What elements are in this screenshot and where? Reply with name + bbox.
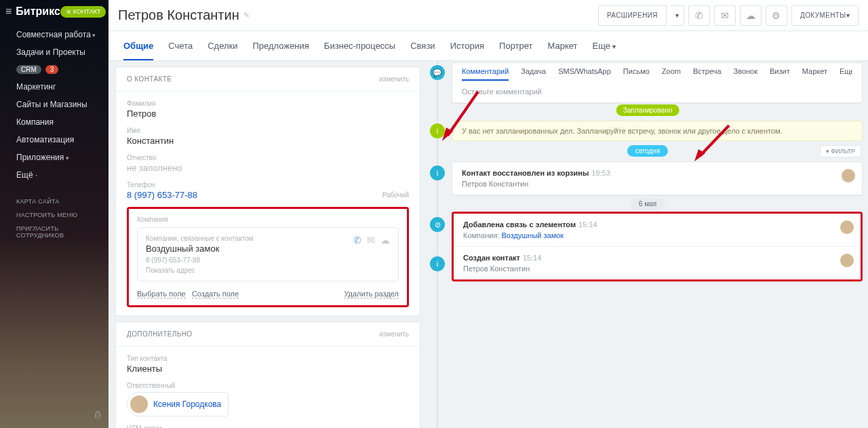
tl-tab-sms[interactable]: SMS/WhatsApp bbox=[558, 67, 611, 81]
extra-title: ДОПОЛНИТЕЛЬНО bbox=[127, 330, 192, 338]
utm-label: UTM-метки bbox=[127, 425, 409, 428]
company-highlight: Компания ✆✉☁ Компании, связанные с конта… bbox=[127, 207, 409, 307]
header: Петров Константин ✎ РАСШИРЕНИЯ ▾ ✆ ✉ ☁ ⚙… bbox=[108, 0, 868, 31]
tab-deals[interactable]: Сделки bbox=[208, 41, 237, 51]
tab-invoices[interactable]: Счета bbox=[168, 41, 193, 51]
tl-item-time: 15:14 bbox=[578, 220, 597, 229]
company-box[interactable]: ✆✉☁ Компании, связанные с контактом Возд… bbox=[137, 227, 399, 281]
comment-input[interactable]: Оставьте комментарий bbox=[462, 87, 852, 96]
company-chat-icon[interactable]: ☁ bbox=[380, 235, 390, 246]
chat-icon[interactable]: ☁ bbox=[740, 5, 762, 26]
sidebar: ≡ Битрикс ✕КОНТАКТ Совместная работа Зад… bbox=[0, 0, 108, 428]
type-value: Клиенты bbox=[127, 364, 409, 374]
call-icon[interactable]: ✆ bbox=[688, 5, 710, 26]
tl-item-detail: Петров Константин bbox=[463, 265, 851, 273]
select-field-link[interactable]: Выбрать поле bbox=[137, 290, 186, 298]
company-call-icon[interactable]: ✆ bbox=[353, 235, 361, 246]
company-mail-icon[interactable]: ✉ bbox=[367, 235, 375, 246]
page-title: Петров Константин bbox=[118, 7, 239, 23]
tab-more[interactable]: Еще bbox=[593, 41, 616, 51]
avatar bbox=[840, 220, 854, 234]
timeline-highlight: Добавлена связь с элементом15:14 Компани… bbox=[452, 212, 863, 281]
about-edit[interactable]: изменить bbox=[379, 75, 409, 83]
tl-tab-comment[interactable]: Комментарий bbox=[462, 67, 509, 81]
sidebar-item-collab[interactable]: Совместная работа bbox=[0, 26, 108, 43]
timeline-item-link-added[interactable]: Добавлена связь с элементом15:14 Компани… bbox=[454, 214, 861, 247]
planned-hint: У вас нет запланированных дел. Запланиру… bbox=[452, 121, 863, 141]
tab-general[interactable]: Общие bbox=[123, 41, 153, 60]
sidebar-item-tasks[interactable]: Задачи и Проекты bbox=[0, 43, 108, 61]
sidebar-item-marketing[interactable]: Маркетинг bbox=[0, 78, 108, 96]
tl-item-time: 15:14 bbox=[523, 254, 542, 262]
tl-tab-market[interactable]: Маркет bbox=[802, 67, 827, 81]
sidebar-item-automation[interactable]: Автоматизация bbox=[0, 131, 108, 149]
lastname-value: Петров bbox=[127, 109, 409, 119]
detail-tabs: Общие Счета Сделки Предложения Бизнес-пр… bbox=[108, 31, 868, 61]
phone-type: Рабочий bbox=[382, 191, 409, 199]
sidebar-item-apps[interactable]: Приложения bbox=[0, 149, 108, 166]
tab-history[interactable]: История bbox=[450, 41, 484, 51]
planned-badge: Запланировано bbox=[616, 104, 679, 116]
hamburger-icon[interactable]: ≡ bbox=[5, 5, 12, 18]
responsible-chip[interactable]: Ксения Городкова bbox=[127, 392, 229, 416]
gear-icon[interactable]: ⚙ bbox=[766, 5, 787, 26]
tl-tab-zoom[interactable]: Zoom bbox=[662, 67, 681, 81]
phone-value[interactable]: 8 (997) 653-77-88 bbox=[127, 190, 197, 200]
extensions-button[interactable]: РАСШИРЕНИЯ bbox=[598, 5, 667, 26]
tl-tab-meet[interactable]: Встреча bbox=[693, 67, 722, 81]
timeline-line bbox=[437, 61, 438, 428]
sidebar-item-sites[interactable]: Сайты и Магазины bbox=[0, 96, 108, 113]
timeline-compose: Комментарий Задача SMS/WhatsApp Письмо Z… bbox=[452, 62, 863, 103]
sidebar-item-crm[interactable]: CRM 3 bbox=[0, 61, 108, 78]
documents-button[interactable]: ДОКУМЕНТЫ ▾ bbox=[791, 5, 859, 26]
tl-tab-task[interactable]: Задача bbox=[521, 67, 546, 81]
type-label: Тип контакта bbox=[127, 355, 409, 362]
company-label: Компания bbox=[137, 216, 399, 223]
company-phone: 8 (997) 653-77-88 bbox=[146, 256, 390, 264]
tab-portrait[interactable]: Портрет bbox=[499, 41, 532, 51]
tl-item-title: Добавлена связь с элементом bbox=[463, 220, 576, 229]
tl-tab-visit[interactable]: Визит bbox=[770, 67, 790, 81]
crm-pill: CRM bbox=[16, 65, 41, 74]
tl-tab-call[interactable]: Звонок bbox=[734, 67, 758, 81]
tl-tab-more[interactable]: Еще bbox=[840, 67, 852, 81]
invite-link[interactable]: ПРИГЛАСИТЬ СОТРУДНИКОВ bbox=[0, 222, 108, 242]
sitemap-link[interactable]: КАРТА САЙТА bbox=[0, 195, 108, 208]
timeline-item-restored[interactable]: Контакт восстановлен из корзины18:53 Пет… bbox=[452, 161, 863, 195]
extra-card: ДОПОЛНИТЕЛЬНОизменить Тип контактаКлиент… bbox=[115, 322, 420, 428]
tab-relations[interactable]: Связи bbox=[410, 41, 435, 51]
brand-logo: Битрикс bbox=[16, 5, 60, 18]
tl-item-detail-label: Компания: bbox=[463, 231, 499, 239]
mail-icon[interactable]: ✉ bbox=[714, 5, 736, 26]
tl-item-company-link[interactable]: Воздушный замок bbox=[501, 231, 564, 239]
tab-market[interactable]: Маркет bbox=[548, 41, 578, 51]
sidebar-item-more[interactable]: Ещё · bbox=[0, 166, 108, 184]
delete-section-link[interactable]: Удалить раздел bbox=[344, 290, 399, 298]
filter-button[interactable]: ▾ ФИЛЬТР bbox=[820, 145, 861, 157]
tl-tab-mail[interactable]: Письмо bbox=[623, 67, 650, 81]
link-bubble-icon: ⊘ bbox=[430, 217, 445, 232]
close-icon[interactable]: ✕ bbox=[66, 8, 71, 16]
extra-edit[interactable]: изменить bbox=[379, 330, 409, 338]
avatar bbox=[840, 254, 854, 267]
info-bubble-icon: i bbox=[430, 166, 445, 180]
company-address-toggle[interactable]: Показать адрес bbox=[146, 267, 390, 274]
midname-label: Отчество bbox=[127, 154, 409, 161]
contact-badge[interactable]: ✕КОНТАКТ bbox=[60, 6, 106, 18]
tab-bp[interactable]: Бизнес-процессы bbox=[324, 41, 395, 51]
menu-config-link[interactable]: НАСТРОИТЬ МЕНЮ bbox=[0, 208, 108, 222]
avatar bbox=[130, 395, 148, 413]
print-icon[interactable]: ⎙ bbox=[95, 409, 100, 420]
timeline-item-created[interactable]: Создан контакт15:14 Петров Константин bbox=[454, 247, 861, 279]
about-card: О КОНТАКТЕизменить ФамилияПетров ИмяКонс… bbox=[115, 66, 420, 316]
about-title: О КОНТАКТЕ bbox=[127, 75, 172, 83]
firstname-label: Имя bbox=[127, 127, 409, 134]
edit-title-icon[interactable]: ✎ bbox=[243, 11, 250, 20]
tab-quotes[interactable]: Предложения bbox=[253, 41, 309, 51]
extensions-caret[interactable]: ▾ bbox=[671, 5, 684, 26]
create-field-link[interactable]: Создать поле bbox=[192, 290, 239, 298]
sidebar-item-company[interactable]: Компания bbox=[0, 113, 108, 131]
resp-label: Ответственный bbox=[127, 382, 409, 389]
tl-item-title: Создан контакт bbox=[463, 254, 520, 262]
info-bubble-icon: i bbox=[430, 256, 445, 271]
